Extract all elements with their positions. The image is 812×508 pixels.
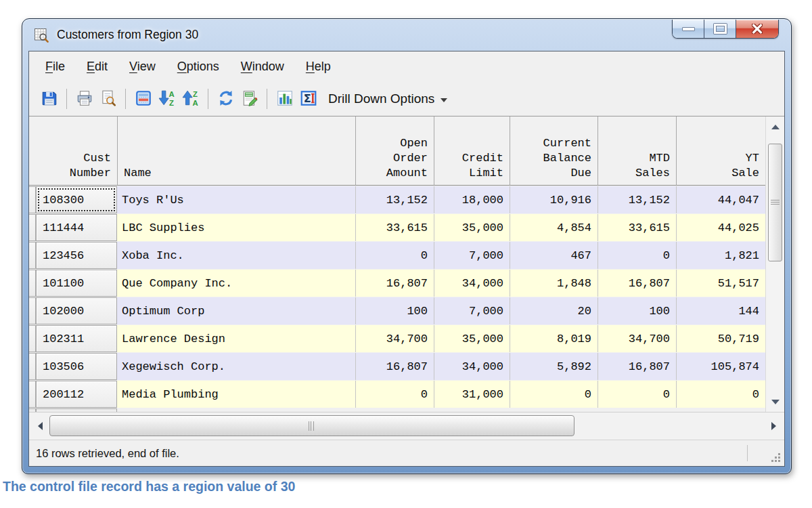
cell-name[interactable]: Xoba Inc. [117,242,355,269]
cell-current_balance_due[interactable]: 467 [510,242,597,269]
cell-open_order_amount[interactable]: 100 [355,297,434,324]
cell-ytd_sales[interactable]: 144 [676,297,765,324]
column-header-cust_number[interactable]: Cust Number [36,117,117,186]
cell-name[interactable]: LBC Supplies [117,214,355,241]
menu-window[interactable]: Window [241,60,284,74]
row-header-cust-number[interactable]: 102311 [36,325,117,352]
row-selector-strip[interactable] [29,242,36,269]
cell-name[interactable]: Toys R'Us [117,186,355,213]
cell-credit_limit[interactable]: 31,000 [434,381,510,408]
chart-button[interactable] [273,87,296,111]
row-header-cust-number[interactable]: 111444 [36,214,117,241]
print-preview-button[interactable] [96,87,120,111]
cell-open_order_amount[interactable]: 34,700 [355,325,434,352]
cell-credit_limit[interactable]: 35,000 [434,325,510,352]
cell-mtd_sales[interactable]: 100 [597,297,676,324]
cell-name[interactable]: Lawrence Design [117,325,355,352]
row-header-cust-number[interactable]: 103506 [36,353,117,380]
cell-current_balance_due[interactable]: 5,892 [510,353,597,380]
column-header-ytd_sales[interactable]: YT Sale [676,117,765,186]
cell-name[interactable]: Xegewisch Corp. [117,353,355,380]
menu-file[interactable]: File [45,60,65,74]
row-selector-strip[interactable] [29,297,36,324]
row-header-cust-number[interactable]: 123456 [36,242,117,269]
resize-grip-icon[interactable] [770,452,782,463]
sort-ascending-button[interactable]: ZA [179,87,202,111]
cell-credit_limit[interactable]: 34,000 [434,270,510,297]
cell-credit_limit[interactable]: 34,000 [434,353,510,380]
scroll-left-button[interactable] [30,412,49,440]
cell-ytd_sales[interactable]: 1,821 [676,242,765,269]
row-header-cust-number[interactable]: 200112 [36,381,117,408]
column-header-name[interactable]: Name [117,117,355,186]
cell-open_order_amount[interactable]: 0 [355,381,434,408]
cell-current_balance_due[interactable]: 4,854 [510,214,597,241]
cell-ytd_sales[interactable]: 51,517 [676,270,765,297]
row-header-cust-number[interactable]: 108300 [36,186,117,213]
cell-ytd_sales[interactable]: 44,047 [676,186,765,213]
horizontal-scroll-thumb[interactable] [49,415,574,436]
row-selector-strip[interactable] [29,381,36,408]
edit-report-button[interactable] [238,87,261,111]
scroll-down-button[interactable] [766,393,784,410]
column-header-credit_limit[interactable]: Credit Limit [434,117,510,186]
close-button[interactable] [736,20,778,38]
minimize-button[interactable] [673,20,704,38]
cell-mtd_sales[interactable]: 16,807 [597,353,676,380]
menu-edit[interactable]: Edit [87,60,108,74]
cell-open_order_amount[interactable]: 33,615 [355,214,434,241]
scroll-up-button[interactable] [766,118,784,135]
cell-current_balance_due[interactable]: 1,848 [510,270,597,297]
menu-view[interactable]: View [129,60,156,74]
row-header-cust-number[interactable]: 101100 [36,270,117,297]
cell-name[interactable]: Optimum Corp [117,297,355,324]
cell-credit_limit[interactable]: 35,000 [434,214,510,241]
column-header-mtd_sales[interactable]: MTD Sales [597,117,676,186]
menu-help[interactable]: Help [306,60,331,74]
menu-options[interactable]: Options [177,60,219,74]
vertical-scroll-thumb[interactable] [768,144,782,261]
cell-current_balance_due[interactable]: 8,019 [510,325,597,352]
cell-current_balance_due[interactable]: 20 [510,297,597,324]
row-header-cust-number[interactable]: 102000 [36,297,117,324]
column-header-current_balance_due[interactable]: Current Balance Due [510,117,597,186]
cell-name[interactable]: Media Plumbing [117,381,355,408]
row-selector-strip[interactable] [29,186,36,213]
cell-ytd_sales[interactable]: 105,874 [676,353,765,380]
cell-open_order_amount[interactable]: 13,152 [355,186,434,213]
cell-open_order_amount[interactable]: 16,807 [355,353,434,380]
cell-name[interactable]: Que Company Inc. [117,270,355,297]
drill-down-options-button[interactable]: Drill Down Options [320,91,451,106]
maximize-button[interactable] [704,20,736,38]
cell-current_balance_due[interactable]: 10,916 [510,186,597,213]
cell-mtd_sales[interactable]: 13,152 [597,186,676,213]
cell-mtd_sales[interactable]: 0 [597,242,676,269]
print-button[interactable] [72,87,96,111]
cell-ytd_sales[interactable]: 50,719 [676,325,765,352]
sort-descending-button[interactable]: AZ [155,87,179,111]
cell-mtd_sales[interactable]: 33,615 [597,214,676,241]
refresh-button[interactable] [214,87,238,111]
column-header-open_order_amount[interactable]: Open Order Amount [355,117,434,186]
row-selector-strip[interactable] [29,270,36,297]
cell-credit_limit[interactable]: 18,000 [434,186,510,213]
cell-ytd_sales[interactable]: 0 [676,381,765,408]
cell-credit_limit[interactable]: 7,000 [434,297,510,324]
sum-button[interactable]: Σ [296,87,320,111]
row-selector-strip[interactable] [29,214,36,241]
row-selector-strip[interactable] [29,353,36,380]
vertical-scrollbar[interactable] [765,117,784,412]
cell-open_order_amount[interactable]: 0 [355,242,434,269]
horizontal-scrollbar[interactable] [29,412,784,440]
cell-credit_limit[interactable]: 7,000 [434,242,510,269]
row-selector-strip[interactable] [29,325,36,352]
scroll-right-button[interactable] [764,412,783,440]
save-button[interactable] [37,87,61,111]
format-grid-button[interactable] [131,87,155,111]
cell-current_balance_due[interactable]: 0 [510,381,597,408]
cell-mtd_sales[interactable]: 0 [597,381,676,408]
cell-ytd_sales[interactable]: 44,025 [676,214,765,241]
cell-mtd_sales[interactable]: 34,700 [597,325,676,352]
cell-open_order_amount[interactable]: 16,807 [355,270,434,297]
cell-mtd_sales[interactable]: 16,807 [597,270,676,297]
